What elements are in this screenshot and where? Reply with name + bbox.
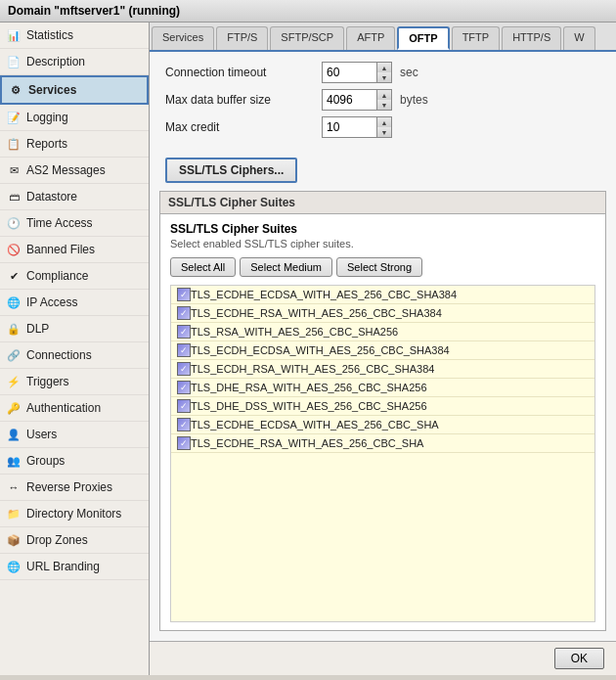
sidebar-item-groups[interactable]: 👥 Groups [0,448,149,475]
tab-bar: ServicesFTP/SSFTP/SCPAFTPOFTPTFTPHTTP/SW [150,23,616,52]
sidebar-item-dlp[interactable]: 🔒 DLP [0,316,149,342]
sidebar-item-timeaccess[interactable]: 🕐 Time Access [0,210,149,237]
sidebar-label-as2messages: AS2 Messages [26,163,106,177]
sidebar-item-directorymonitors[interactable]: 📁 Directory Monitors [0,501,149,527]
cipher-item[interactable]: ✓TLS_DHE_DSS_WITH_AES_256_CBC_SHA256 [171,397,594,416]
sidebar-icon-urlbranding: 🌐 [6,559,22,574]
cipher-item[interactable]: ✓TLS_ECDHE_ECDSA_WITH_AES_256_CBC_SHA384 [171,286,594,304]
tab-ftps[interactable]: FTP/S [216,26,268,50]
tab-oftp[interactable]: OFTP [397,26,449,50]
cipher-item[interactable]: ✓TLS_ECDHE_RSA_WITH_AES_256_CBC_SHA384 [171,304,594,323]
connection-timeout-down[interactable]: ▼ [377,72,391,82]
cipher-item[interactable]: ✓TLS_ECDHE_ECDSA_WITH_AES_256_CBC_SHA [171,416,594,434]
cipher-list[interactable]: ✓TLS_ECDHE_ECDSA_WITH_AES_256_CBC_SHA384… [170,285,595,622]
ssl-tls-ciphers-button[interactable]: SSL/TLS Ciphers... [165,158,297,183]
max-data-buffer-up[interactable]: ▲ [377,90,391,100]
sidebar-item-bannedfiles[interactable]: 🚫 Banned Files [0,237,149,263]
max-credit-row: Max credit ▲ ▼ [165,116,600,138]
cipher-item[interactable]: ✓TLS_RSA_WITH_AES_256_CBC_SHA256 [171,323,594,341]
tab-more[interactable]: W [563,26,594,50]
cipher-item[interactable]: ✓TLS_ECDH_RSA_WITH_AES_256_CBC_SHA384 [171,360,594,379]
sidebar-item-users[interactable]: 👤 Users [0,422,149,448]
connection-timeout-up[interactable]: ▲ [377,63,391,72]
sidebar-label-directorymonitors: Directory Monitors [26,507,121,521]
max-data-buffer-spinner[interactable]: ▲ ▼ [322,89,392,111]
sidebar-icon-statistics: 📊 [6,27,22,43]
cipher-btn-select-strong[interactable]: Select Strong [336,257,422,277]
sidebar: 📊 Statistics 📄 Description ⚙ Services 📝 … [0,23,150,675]
max-data-buffer-input-group: ▲ ▼ bytes [322,89,428,111]
max-credit-input-group: ▲ ▼ [322,116,392,138]
cipher-label: TLS_ECDH_RSA_WITH_AES_256_CBC_SHA384 [191,363,434,375]
cipher-checkbox[interactable]: ✓ [177,362,191,376]
tab-https[interactable]: HTTP/S [502,26,561,50]
sidebar-item-ipaccess[interactable]: 🌐 IP Access [0,290,149,316]
sidebar-item-compliance[interactable]: ✔ Compliance [0,263,149,290]
connection-timeout-input-group: ▲ ▼ sec [322,62,418,83]
max-data-buffer-down[interactable]: ▼ [377,100,391,110]
cipher-label: TLS_ECDHE_RSA_WITH_AES_256_CBC_SHA384 [191,307,442,319]
connection-timeout-unit: sec [400,66,418,79]
cipher-inner: SSL/TLS Cipher Suites Select enabled SSL… [160,214,605,630]
sidebar-label-compliance: Compliance [26,269,88,283]
connection-timeout-input[interactable] [323,63,376,82]
sidebar-label-groups: Groups [26,454,65,468]
sidebar-label-logging: Logging [26,111,68,124]
tab-tftp[interactable]: TFTP [452,26,501,50]
max-credit-up[interactable]: ▲ [377,117,391,127]
connection-timeout-spinner[interactable]: ▲ ▼ [322,62,392,83]
cipher-btn-select-medium[interactable]: Select Medium [240,257,332,277]
sidebar-item-reverseproxies[interactable]: ↔ Reverse Proxies [0,475,149,501]
sidebar-item-urlbranding[interactable]: 🌐 URL Branding [0,554,149,580]
sidebar-label-triggers: Triggers [26,375,69,388]
sidebar-item-connections[interactable]: 🔗 Connections [0,342,149,369]
cipher-btn-select-all[interactable]: Select All [170,257,236,277]
max-credit-input[interactable] [323,117,376,137]
sidebar-item-services[interactable]: ⚙ Services [0,75,149,105]
ssl-button-area: SSL/TLS Ciphers... [150,150,616,191]
title-text: Domain "mftserver1" (running) [8,4,180,18]
tab-sftpscp[interactable]: SFTP/SCP [270,26,344,50]
sidebar-item-statistics[interactable]: 📊 Statistics [0,23,149,49]
sidebar-icon-reports: 📋 [6,136,22,152]
sidebar-label-services: Services [28,83,76,97]
sidebar-label-description: Description [26,55,85,68]
cipher-checkbox[interactable]: ✓ [177,399,191,413]
sidebar-item-description[interactable]: 📄 Description [0,49,149,75]
ok-button[interactable]: OK [554,648,604,669]
sidebar-icon-datastore: 🗃 [6,189,22,204]
cipher-checkbox[interactable]: ✓ [177,306,191,320]
cipher-checkbox[interactable]: ✓ [177,325,191,339]
cipher-item[interactable]: ✓TLS_ECDHE_RSA_WITH_AES_256_CBC_SHA [171,434,594,453]
sidebar-item-triggers[interactable]: ⚡ Triggers [0,369,149,395]
max-credit-down[interactable]: ▼ [377,127,391,137]
sidebar-label-ipaccess: IP Access [26,295,77,309]
sidebar-item-datastore[interactable]: 🗃 Datastore [0,184,149,210]
cipher-checkbox[interactable]: ✓ [177,343,191,357]
sidebar-label-datastore: Datastore [26,190,77,204]
sidebar-icon-directorymonitors: 📁 [6,506,22,521]
sidebar-item-reports[interactable]: 📋 Reports [0,131,149,158]
sidebar-item-logging[interactable]: 📝 Logging [0,105,149,131]
sidebar-item-as2messages[interactable]: ✉ AS2 Messages [0,158,149,184]
max-credit-spinner[interactable]: ▲ ▼ [322,116,392,138]
cipher-checkbox[interactable]: ✓ [177,418,191,431]
sidebar-item-dropzones[interactable]: 📦 Drop Zones [0,527,149,554]
cipher-checkbox[interactable]: ✓ [177,288,191,301]
cipher-label: TLS_DHE_RSA_WITH_AES_256_CBC_SHA256 [191,382,427,393]
sidebar-icon-services: ⚙ [8,82,23,98]
sidebar-icon-ipaccess: 🌐 [6,295,22,310]
cipher-checkbox[interactable]: ✓ [177,381,191,394]
cipher-item[interactable]: ✓TLS_ECDH_ECDSA_WITH_AES_256_CBC_SHA384 [171,341,594,360]
max-data-buffer-unit: bytes [400,93,428,107]
tab-aftp[interactable]: AFTP [346,26,395,50]
sidebar-label-users: Users [26,428,57,441]
cipher-checkbox[interactable]: ✓ [177,436,191,450]
connection-timeout-row: Connection timeout ▲ ▼ sec [165,62,600,83]
tab-services[interactable]: Services [152,26,214,50]
sidebar-icon-timeaccess: 🕐 [6,215,22,231]
sidebar-item-authentication[interactable]: 🔑 Authentication [0,395,149,422]
max-data-buffer-input[interactable] [323,90,376,110]
cipher-item[interactable]: ✓TLS_DHE_RSA_WITH_AES_256_CBC_SHA256 [171,379,594,397]
cipher-inner-subtitle: Select enabled SSL/TLS cipher suites. [170,238,595,249]
